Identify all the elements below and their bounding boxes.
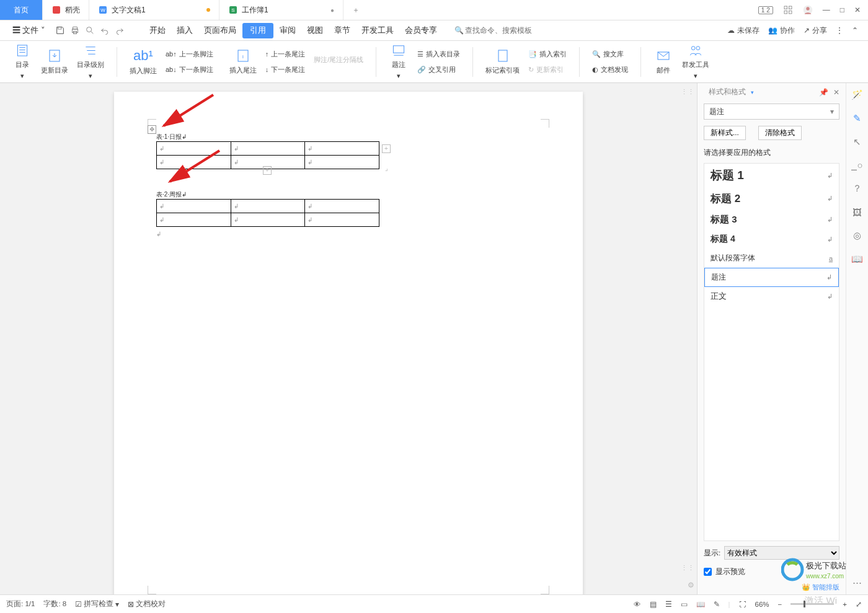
next-endnote-button[interactable]: ↓ 下一条尾注 (263, 64, 308, 76)
share-button[interactable]: ↗ 分享 (804, 25, 827, 36)
current-style-select[interactable]: 题注▾ (704, 104, 839, 120)
table-cell[interactable]: ↲ (305, 142, 379, 156)
zoom-fit-icon[interactable]: ⛶ (739, 601, 746, 608)
user-avatar[interactable] (803, 5, 813, 15)
tab-home[interactable]: 首页 (0, 0, 43, 20)
smart-layout-link[interactable]: 👑 智能排版 (802, 583, 839, 592)
reader-mode-icon[interactable]: 1 2 (758, 6, 773, 14)
next-footnote-button[interactable]: ab↓ 下一条脚注 (163, 64, 216, 76)
toc-level-button[interactable]: 目录级别▾ (74, 42, 107, 81)
sidebar-styles-icon[interactable]: ✎ (853, 113, 861, 124)
qat-print-icon[interactable] (70, 25, 80, 35)
table-cell[interactable]: ↲ (157, 142, 231, 156)
table-cell[interactable]: ↲ (231, 200, 305, 213)
menu-review[interactable]: 审阅 (275, 23, 301, 38)
clear-format-button[interactable]: 清除格式 (758, 126, 802, 140)
table-2[interactable]: ↲↲↲ ↲↲↲ (156, 199, 379, 227)
maximize-button[interactable]: □ (840, 6, 844, 14)
insert-index-button[interactable]: 📑 插入索引 (526, 48, 569, 60)
menu-dev[interactable]: 开发工具 (356, 23, 399, 38)
table-resize-handle-icon[interactable]: ⌟ (382, 165, 391, 174)
table-cell[interactable]: ↲ (305, 213, 379, 227)
new-style-button[interactable]: 新样式... (704, 126, 746, 140)
collapse-ribbon-icon[interactable]: ⌃ (852, 26, 858, 35)
more-menu-icon[interactable]: ⋮ (836, 26, 843, 35)
style-item-h2[interactable]: 标题 2↲ (704, 188, 839, 210)
sidebar-read-icon[interactable]: 📖 (851, 254, 863, 265)
show-preview-checkbox[interactable] (704, 568, 712, 576)
menu-chapter[interactable]: 章节 (329, 23, 355, 38)
tab-close-icon[interactable]: ● (330, 7, 334, 14)
proofread-button[interactable]: ⊠ 文档校对 (128, 599, 166, 609)
qat-undo-icon[interactable] (100, 25, 110, 35)
table-cell[interactable]: ↲ (231, 213, 305, 227)
menu-layout[interactable]: 页面布局 (199, 23, 241, 38)
caption-1[interactable]: 表·1·日报↲ (156, 133, 541, 141)
file-menu[interactable]: ☰ 文件 ˅ (7, 23, 50, 38)
prev-endnote-button[interactable]: ↑ 上一条尾注 (263, 48, 308, 60)
style-item-caption[interactable]: 题注↲ (704, 268, 839, 287)
doc-discover-button[interactable]: ◐ 文档发现 (590, 64, 631, 76)
word-count[interactable]: 字数: 8 (43, 599, 66, 609)
minimize-button[interactable]: — (823, 6, 830, 14)
zoom-slider[interactable] (790, 603, 834, 605)
table-cell[interactable]: ↲ (305, 156, 379, 169)
add-row-handle-icon[interactable]: + (263, 166, 272, 175)
mark-index-button[interactable]: 标记索引项 (483, 42, 522, 81)
sidebar-toolbox-icon[interactable]: 🪄 (851, 89, 863, 100)
table-cell[interactable]: ↲ (157, 200, 231, 213)
close-panel-icon[interactable]: ✕ (833, 88, 839, 97)
insert-footnote-button[interactable]: ab¹插入脚注 (127, 42, 159, 81)
new-tab-button[interactable]: ＋ (343, 0, 368, 20)
pin-panel-icon[interactable]: 📌 (819, 88, 828, 97)
sidebar-location-icon[interactable]: ◎ (853, 230, 861, 241)
collab-button[interactable]: 👥 协作 (768, 25, 795, 36)
panel-drag-handle-icon[interactable]: ⋮⋮ (681, 88, 694, 96)
add-column-handle-icon[interactable]: + (382, 144, 391, 153)
command-search-input[interactable] (465, 26, 552, 35)
panel-drag-handle-icon[interactable]: ⋮⋮ (681, 564, 694, 572)
view-page-icon[interactable]: ▤ (650, 600, 657, 609)
view-write-icon[interactable]: ✎ (714, 600, 720, 609)
tab-sheet1[interactable]: S 工作簿1 ● (219, 0, 343, 20)
crossref-button[interactable]: 🔗 交叉引用 (415, 64, 463, 76)
caption-2[interactable]: 表·2·周报↲ (156, 190, 541, 199)
zoom-in-button[interactable]: + (843, 601, 847, 608)
sidebar-more-icon[interactable]: ⋯ (852, 577, 862, 588)
style-item-h4[interactable]: 标题 4↲ (704, 230, 839, 249)
style-item-default-font[interactable]: 默认段落字体a (704, 249, 839, 268)
spellcheck-toggle[interactable]: ☑ 拼写检查 ▾ (75, 599, 119, 609)
close-button[interactable]: ✕ (854, 6, 861, 14)
sidebar-settings-icon[interactable]: ⎯○ (851, 160, 862, 170)
zoom-level[interactable]: 66% (755, 601, 769, 608)
update-toc-button[interactable]: 更新目录 (38, 42, 71, 81)
sidebar-image-icon[interactable]: 🖼 (852, 207, 862, 218)
table-1[interactable]: ↲↲↲ ↲↲↲ (156, 141, 379, 169)
insert-fig-toc-button[interactable]: ☰ 插入表目录 (415, 48, 463, 60)
view-read-icon[interactable]: 📖 (696, 600, 705, 609)
view-outline-icon[interactable]: ☰ (665, 600, 672, 609)
mass-tool-button[interactable]: 群发工具▾ (680, 42, 712, 81)
view-web-icon[interactable]: ▭ (681, 600, 688, 609)
qat-preview-icon[interactable] (85, 25, 95, 35)
style-item-body[interactable]: 正文↲ (704, 287, 839, 306)
panel-settings-icon[interactable]: ⚙ (688, 581, 694, 589)
sidebar-select-icon[interactable]: ↖ (853, 136, 861, 148)
mail-button[interactable]: 邮件 (651, 42, 676, 81)
focus-mode-icon[interactable]: 👁 (634, 601, 641, 608)
caption-button[interactable]: 题注▾ (386, 42, 411, 81)
style-item-h1[interactable]: 标题 1↲ (704, 164, 839, 188)
prev-footnote-button[interactable]: ab↑ 上一条脚注 (163, 48, 216, 60)
table-cell[interactable]: ↲ (231, 142, 305, 156)
app-grid-icon[interactable] (783, 5, 793, 15)
table-cell[interactable]: ↲ (305, 200, 379, 213)
fullscreen-icon[interactable]: ⤢ (856, 600, 862, 609)
insert-endnote-button[interactable]: i插入尾注 (227, 42, 259, 81)
ref-library-button[interactable]: 🔍 搜文库 (590, 48, 631, 60)
style-item-h3[interactable]: 标题 3↲ (704, 210, 839, 230)
table-cell[interactable]: ↲ (157, 156, 231, 169)
tab-doc1[interactable]: W 文字文稿1 (89, 0, 219, 20)
unsaved-indicator[interactable]: ☁ 未保存 (727, 25, 760, 36)
menu-view[interactable]: 视图 (302, 23, 328, 38)
menu-start[interactable]: 开始 (144, 23, 170, 38)
